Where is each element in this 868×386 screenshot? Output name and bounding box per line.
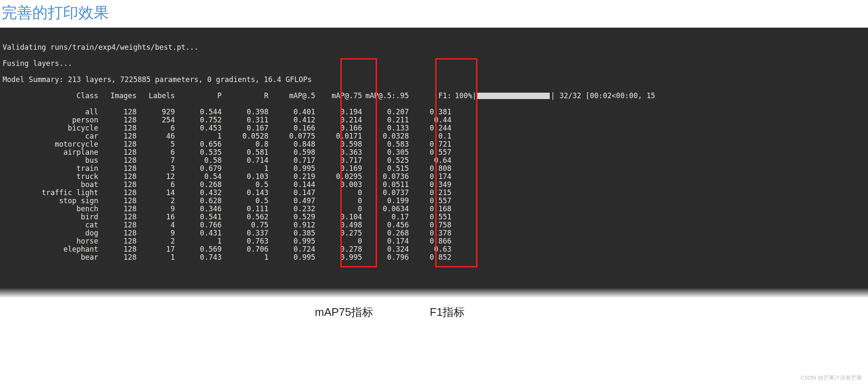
cell-map595: 0.0328 [362,132,409,140]
cell-f1: 0.168 [409,205,451,213]
cell-map75: 0 [315,205,362,213]
cell-labels: 14 [137,189,175,197]
terminal-output: Validating runs/train/exp4/weights/best.… [0,28,868,298]
cell-map75: 0.498 [315,221,362,229]
table-row: bicycle12860.4530.1670.1660.1660.1330.24… [3,124,865,132]
cell-p: 0.544 [175,108,222,116]
cell-map5: 0.144 [268,181,315,189]
cell-map5: 0.717 [268,156,315,165]
annotation-f1: F1指标 [430,305,465,320]
cell-class: bus [3,156,98,165]
cell-map75: 0.169 [315,165,362,173]
cell-images: 128 [98,221,137,229]
cell-images: 128 [98,148,137,156]
cell-images: 128 [98,229,137,237]
cell-map5: 0.385 [268,229,315,237]
cell-labels: 9 [137,229,175,237]
cell-f1: 0.63 [409,245,451,253]
cell-p: 0.569 [175,245,222,253]
cell-f1: 0.1 [409,132,451,140]
cell-f1: 0.557 [409,197,451,205]
cell-f1: 0.44 [409,116,451,124]
cell-images: 128 [98,116,137,124]
table-row: train12830.67910.9950.1690.5150.808 [3,165,865,173]
cell-map595: 0.268 [362,229,409,237]
col-header-p: P [175,92,222,100]
cell-r: 1 [222,253,268,261]
cell-map595: 0.0737 [362,189,409,197]
cell-p: 1 [175,132,222,140]
annotation-row: mAP75指标 F1指标 [0,298,868,324]
cell-r: 0.8 [222,140,268,148]
cell-map5: 0.401 [268,108,315,116]
col-header-images: Images [98,92,137,100]
cell-p: 0.535 [175,148,222,156]
cell-images: 128 [98,189,137,197]
cell-map5: 0.232 [268,205,315,213]
cell-p: 0.656 [175,140,222,148]
cell-f1: 0.349 [409,181,451,189]
cell-map75: 0.003 [315,181,362,189]
cell-r: 0.337 [222,229,268,237]
cell-map595: 0.0736 [362,173,409,181]
col-header-map595: mAP@.5:.95 [362,92,409,100]
cell-map75: 0 [315,189,362,197]
cell-map75: 0.214 [315,116,362,124]
cell-r: 0.111 [222,205,268,213]
cell-class: bird [3,213,98,221]
col-header-labels: Labels [137,92,175,100]
cell-class: all [3,108,98,116]
cell-labels: 46 [137,132,175,140]
cell-r: 0.0528 [222,132,268,140]
cell-class: elephant [3,245,98,253]
cell-images: 128 [98,245,137,253]
table-row: bird128160.5410.5620.5290.1040.170.551 [3,213,865,221]
cell-map5: 0.912 [268,221,315,229]
cell-class: dog [3,229,98,237]
cell-labels: 16 [137,213,175,221]
cell-map5: 0.529 [268,213,315,221]
cell-r: 0.763 [222,237,268,245]
cell-map5: 0.848 [268,140,315,148]
cell-p: 0.431 [175,229,222,237]
cell-map595: 0.17 [362,213,409,221]
cell-p: 0.752 [175,116,222,124]
table-row: horse128210.7630.99500.1740.866 [3,237,865,245]
cell-p: 0.58 [175,156,222,165]
col-header-map5: mAP@.5 [268,92,315,100]
cell-map595: 0.525 [362,156,409,165]
col-header-f1: F1: [409,92,451,100]
cell-p: 0.346 [175,205,222,213]
cell-images: 128 [98,108,137,116]
cell-p: 0.743 [175,253,222,261]
cell-r: 0.311 [222,116,268,124]
cell-labels: 17 [137,245,175,253]
cell-map75: 0.0295 [315,173,362,181]
annotation-map75: mAP75指标 [315,305,373,320]
table-row: elephant128170.5690.7060.7240.2780.3240.… [3,245,865,253]
cell-f1: 0.551 [409,213,451,221]
cell-p: 0.679 [175,165,222,173]
terminal-line: Fusing layers... [3,60,865,68]
cell-images: 128 [98,213,137,221]
cell-images: 128 [98,237,137,245]
cell-f1: 0.808 [409,165,451,173]
cell-map595: 0.305 [362,148,409,156]
terminal-line: Validating runs/train/exp4/weights/best.… [3,43,865,51]
terminal-line: Model Summary: 213 layers, 7225885 param… [3,76,865,84]
cell-map595: 0.583 [362,140,409,148]
cell-class: truck [3,173,98,181]
cell-labels: 4 [137,221,175,229]
cell-labels: 7 [137,156,175,165]
cell-class: car [3,132,98,140]
cell-labels: 2 [137,197,175,205]
cell-r: 0.75 [222,221,268,229]
cell-class: bench [3,205,98,213]
cell-map595: 0.456 [362,221,409,229]
cell-f1: 0.381 [409,108,451,116]
cell-r: 0.398 [222,108,268,116]
cell-map5: 0.995 [268,165,315,173]
table-row: bear12810.74310.9950.9950.7960.852 [3,253,865,261]
cell-class: bicycle [3,124,98,132]
cell-map5: 0.219 [268,173,315,181]
